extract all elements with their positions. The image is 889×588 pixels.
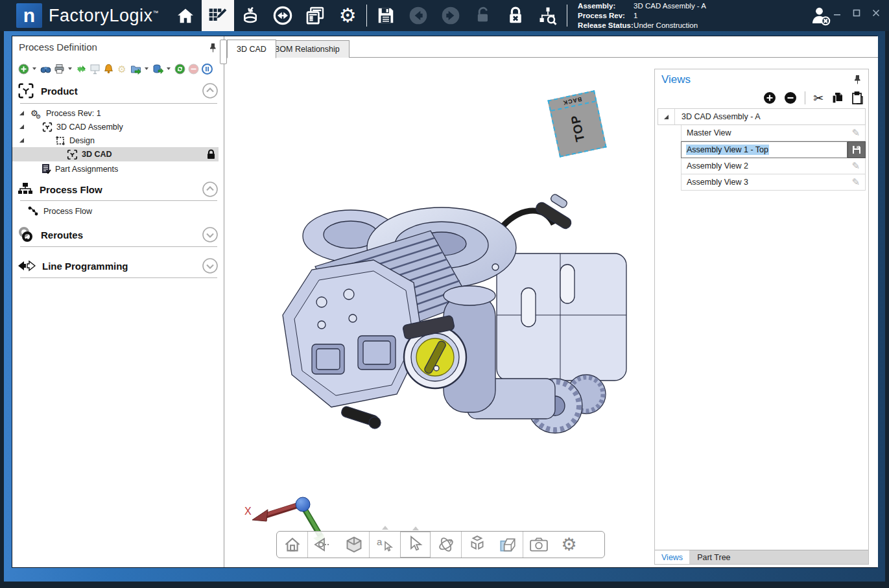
- database-export-button[interactable]: [152, 63, 163, 75]
- presentation-button[interactable]: [89, 63, 101, 75]
- swap-button[interactable]: [75, 63, 87, 75]
- unlock-button[interactable]: [467, 0, 499, 31]
- exploded-view-button[interactable]: [462, 532, 492, 558]
- shading-mode-button[interactable]: [338, 532, 369, 558]
- axis-x-label: X: [244, 506, 252, 517]
- assembly-info: Assembly:3D CAD Assembly - A Process Rev…: [578, 1, 706, 30]
- add-view-button[interactable]: [763, 91, 776, 104]
- expand-down-button[interactable]: [202, 226, 219, 243]
- pause-button[interactable]: [201, 63, 213, 75]
- tree-item-process-flow[interactable]: Process Flow: [12, 204, 219, 218]
- pin-icon[interactable]: [209, 43, 217, 53]
- expander-icon[interactable]: [19, 110, 25, 116]
- tabstrip: 3D CAD BOM Relationship: [224, 36, 878, 58]
- toolbar-separator: [366, 5, 367, 27]
- tab-part-tree[interactable]: Part Tree: [689, 550, 738, 564]
- print-button[interactable]: [53, 63, 65, 75]
- minimize-button[interactable]: [833, 9, 841, 17]
- refresh-button[interactable]: [174, 63, 185, 75]
- remove-button[interactable]: [187, 63, 199, 75]
- section-view-button[interactable]: [492, 532, 523, 558]
- tree-item-design[interactable]: Design: [12, 134, 219, 147]
- view-name-input[interactable]: Assembly View 1 - Top: [681, 141, 848, 158]
- tab-bom-relationship[interactable]: BOM Relationship: [265, 40, 350, 58]
- expander-icon[interactable]: [663, 114, 669, 120]
- save-button[interactable]: [370, 0, 402, 31]
- gear-icon: ⚙: [561, 536, 576, 554]
- pin-icon[interactable]: [853, 75, 862, 84]
- double-arrow-icon: [18, 259, 36, 272]
- section-product[interactable]: Product: [18, 80, 219, 101]
- tree-item-part-assignments[interactable]: Part Assignments: [12, 162, 219, 176]
- copy-button[interactable]: [831, 91, 844, 104]
- expander-icon[interactable]: [19, 137, 25, 143]
- assembly-label: Assembly:: [578, 1, 634, 11]
- section-label: Product: [41, 86, 195, 97]
- collapse-up-button[interactable]: [202, 82, 219, 99]
- tab-views[interactable]: Views: [655, 550, 689, 564]
- export-folder-button[interactable]: [130, 63, 141, 75]
- splitter-grip[interactable]: [220, 40, 227, 64]
- edit-pencil-icon[interactable]: ✎: [851, 160, 860, 172]
- close-button[interactable]: [872, 9, 880, 17]
- tree-item-assembly[interactable]: 3D CAD Assembly: [12, 120, 219, 134]
- expander-icon[interactable]: [19, 124, 25, 130]
- dropdown-caret-icon[interactable]: [167, 67, 171, 70]
- section-label: Process Flow: [40, 184, 195, 195]
- add-button[interactable]: [18, 63, 29, 75]
- find-button[interactable]: [40, 63, 51, 75]
- process-audit-button[interactable]: [532, 0, 564, 31]
- cut-button[interactable]: ✂: [813, 92, 824, 104]
- notifications-button[interactable]: [102, 63, 114, 75]
- dropdown-caret-icon[interactable]: [32, 67, 36, 70]
- screenshot-button[interactable]: [523, 532, 554, 558]
- 3d-model-engine[interactable]: [276, 192, 652, 464]
- view-item-3[interactable]: Assembly View 3 ✎: [681, 174, 866, 191]
- expand-down-button[interactable]: [202, 257, 219, 274]
- back-button[interactable]: [402, 0, 434, 31]
- paste-button[interactable]: [851, 91, 863, 104]
- tree-item-process-rev[interactable]: ⚙⚙ Process Rev: 1: [12, 106, 219, 120]
- views-root-node[interactable]: 3D CAD Assembly - A: [658, 108, 866, 125]
- user-button[interactable]: [809, 4, 832, 27]
- remove-view-button[interactable]: [784, 91, 797, 104]
- section-line-programming[interactable]: Line Programming: [18, 255, 219, 276]
- settings-button[interactable]: ⚙: [331, 0, 364, 31]
- tree-item-3d-cad-selected[interactable]: 3D CAD: [12, 147, 219, 161]
- forward-button[interactable]: [434, 0, 467, 31]
- view-item-2[interactable]: Assembly View 2 ✎: [681, 158, 866, 174]
- database-import-button[interactable]: [234, 0, 267, 31]
- 3d-viewport[interactable]: BACK TOP X: [224, 58, 878, 567]
- process-definition-button[interactable]: [202, 0, 234, 31]
- eye-icon: [313, 535, 334, 554]
- swap-arrows-icon: [76, 64, 87, 75]
- view-mode-button[interactable]: [308, 532, 338, 558]
- section-process-flow[interactable]: Process Flow: [18, 179, 219, 200]
- maximize-button[interactable]: [853, 9, 860, 17]
- orbit-button[interactable]: [431, 532, 461, 558]
- section-reroutes[interactable]: Reroutes: [18, 224, 219, 245]
- home-button[interactable]: [169, 0, 202, 31]
- lock-button[interactable]: [499, 0, 532, 31]
- select-arrow-button[interactable]: [400, 532, 431, 558]
- product-cube-icon: [18, 82, 34, 99]
- section-label: Reroutes: [41, 229, 195, 241]
- orientation-cube[interactable]: BACK TOP: [547, 90, 606, 157]
- transfer-button[interactable]: [267, 0, 299, 31]
- gear-pale-icon[interactable]: ⚙: [116, 63, 128, 75]
- tab-3d-cad[interactable]: 3D CAD: [227, 40, 276, 58]
- edit-pencil-icon[interactable]: ✎: [851, 127, 860, 139]
- dropdown-caret-icon[interactable]: [68, 67, 72, 70]
- home-view-button[interactable]: [277, 532, 307, 558]
- label-select-button[interactable]: a: [370, 532, 400, 558]
- edit-pencil-icon[interactable]: ✎: [851, 176, 860, 188]
- flow-path-icon: [28, 206, 40, 217]
- orientation-top-face[interactable]: TOP: [551, 102, 605, 154]
- viewer-settings-button[interactable]: ⚙: [554, 532, 584, 558]
- documents-button[interactable]: [299, 0, 331, 31]
- view-item-master[interactable]: Master View ✎: [681, 125, 866, 141]
- dropdown-caret-icon[interactable]: [145, 67, 148, 70]
- collapse-up-button[interactable]: [202, 181, 219, 198]
- save-view-name-button[interactable]: [848, 141, 866, 158]
- views-bottom-tabs: Views Part Tree: [655, 550, 868, 564]
